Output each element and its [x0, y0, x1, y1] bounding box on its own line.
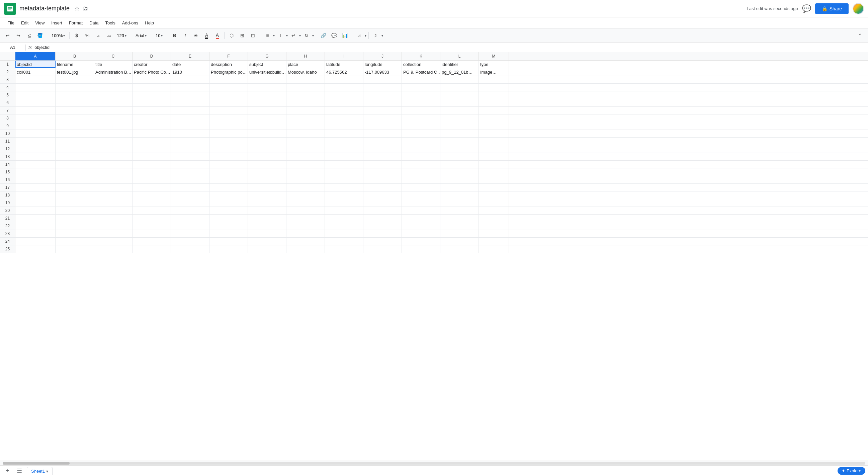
cell-E21[interactable]: [171, 214, 210, 222]
cell-F15[interactable]: [210, 168, 248, 176]
cell-G3[interactable]: [248, 76, 286, 83]
cell-D7[interactable]: [132, 107, 171, 114]
cell-F14[interactable]: [210, 161, 248, 168]
cell-K19[interactable]: [402, 199, 440, 207]
cell-E18[interactable]: [171, 191, 210, 199]
cell-L3[interactable]: [440, 76, 479, 83]
cell-I15[interactable]: [325, 168, 363, 176]
cell-F17[interactable]: [210, 184, 248, 191]
cell-A8[interactable]: [16, 115, 56, 122]
cell-I7[interactable]: [325, 107, 363, 114]
cell-B2[interactable]: test001.jpg: [56, 68, 94, 76]
cell-C9[interactable]: [94, 122, 132, 129]
cell-H21[interactable]: [286, 214, 325, 222]
cell-J2[interactable]: -117.009633: [363, 68, 402, 76]
cell-B19[interactable]: [56, 199, 94, 207]
cell-D25[interactable]: [132, 245, 171, 253]
cell-D4[interactable]: [132, 84, 171, 91]
col-header-M[interactable]: M: [479, 52, 509, 60]
row-num-19[interactable]: 19: [0, 199, 16, 207]
cell-K17[interactable]: [402, 184, 440, 191]
cell-C21[interactable]: [94, 214, 132, 222]
cell-J8[interactable]: [363, 115, 402, 122]
cell-F4[interactable]: [210, 84, 248, 91]
menu-help[interactable]: Help: [142, 19, 157, 27]
cell-J22[interactable]: [363, 222, 402, 230]
cell-A1[interactable]: objectid: [16, 61, 56, 68]
menu-file[interactable]: File: [4, 19, 18, 27]
cell-L21[interactable]: [440, 214, 479, 222]
zoom-select[interactable]: 100% ▾: [49, 31, 67, 40]
cell-H7[interactable]: [286, 107, 325, 114]
cell-H4[interactable]: [286, 84, 325, 91]
cell-E11[interactable]: [171, 138, 210, 145]
share-button[interactable]: 🔒 Share: [815, 3, 848, 14]
function-button[interactable]: Σ: [371, 30, 381, 40]
cell-A19[interactable]: [16, 199, 56, 207]
row-num-12[interactable]: 12: [0, 145, 16, 153]
cell-C17[interactable]: [94, 184, 132, 191]
cell-L8[interactable]: [440, 115, 479, 122]
cell-H1[interactable]: place: [286, 61, 325, 68]
cell-M6[interactable]: [479, 99, 509, 107]
cell-M20[interactable]: [479, 207, 509, 214]
cell-H13[interactable]: [286, 153, 325, 160]
rotate-arrow[interactable]: ▾: [312, 34, 314, 37]
menu-data[interactable]: Data: [86, 19, 102, 27]
cell-E22[interactable]: [171, 222, 210, 230]
row-num-10[interactable]: 10: [0, 130, 16, 137]
cell-J15[interactable]: [363, 168, 402, 176]
cell-B15[interactable]: [56, 168, 94, 176]
rotate-button[interactable]: ↻: [302, 30, 312, 40]
cell-B14[interactable]: [56, 161, 94, 168]
cell-L2[interactable]: pg_9_12_01b…: [440, 68, 479, 76]
cell-A24[interactable]: [16, 238, 56, 245]
filter-arrow[interactable]: ▾: [365, 34, 366, 37]
cell-J9[interactable]: [363, 122, 402, 129]
cell-F7[interactable]: [210, 107, 248, 114]
cell-E5[interactable]: [171, 91, 210, 99]
cell-G16[interactable]: [248, 176, 286, 183]
cell-I20[interactable]: [325, 207, 363, 214]
cell-I25[interactable]: [325, 245, 363, 253]
cell-I10[interactable]: [325, 130, 363, 137]
col-header-I[interactable]: I: [325, 52, 363, 60]
cell-E17[interactable]: [171, 184, 210, 191]
cell-F5[interactable]: [210, 91, 248, 99]
cell-I18[interactable]: [325, 191, 363, 199]
cell-J19[interactable]: [363, 199, 402, 207]
cell-I12[interactable]: [325, 145, 363, 153]
cell-M22[interactable]: [479, 222, 509, 230]
cell-K16[interactable]: [402, 176, 440, 183]
row-num-4[interactable]: 4: [0, 84, 16, 91]
cell-D12[interactable]: [132, 145, 171, 153]
cell-G2[interactable]: universities;build…: [248, 68, 286, 76]
cell-C18[interactable]: [94, 191, 132, 199]
wrap-button[interactable]: ↵: [288, 30, 299, 40]
borders-button[interactable]: ⊞: [237, 30, 247, 40]
cell-M2[interactable]: Image…: [479, 68, 509, 76]
cell-A14[interactable]: [16, 161, 56, 168]
align-h-button[interactable]: ≡: [262, 30, 272, 40]
cell-A20[interactable]: [16, 207, 56, 214]
cell-J23[interactable]: [363, 230, 402, 237]
cell-I19[interactable]: [325, 199, 363, 207]
cell-C5[interactable]: [94, 91, 132, 99]
row-num-8[interactable]: 8: [0, 115, 16, 122]
cell-E25[interactable]: [171, 245, 210, 253]
cell-L6[interactable]: [440, 99, 479, 107]
cell-L18[interactable]: [440, 191, 479, 199]
underline-button[interactable]: A: [202, 30, 212, 40]
link-button[interactable]: 🔗: [318, 30, 328, 40]
cell-H23[interactable]: [286, 230, 325, 237]
row-num-7[interactable]: 7: [0, 107, 16, 114]
cell-F12[interactable]: [210, 145, 248, 153]
cell-I3[interactable]: [325, 76, 363, 83]
folder-icon[interactable]: 🗂: [82, 5, 88, 12]
cell-E2[interactable]: 1910: [171, 68, 210, 76]
cell-M21[interactable]: [479, 214, 509, 222]
row-num-13[interactable]: 13: [0, 153, 16, 160]
cell-G9[interactable]: [248, 122, 286, 129]
cell-C6[interactable]: [94, 99, 132, 107]
decimal-inc-button[interactable]: .₀₀: [104, 30, 114, 40]
